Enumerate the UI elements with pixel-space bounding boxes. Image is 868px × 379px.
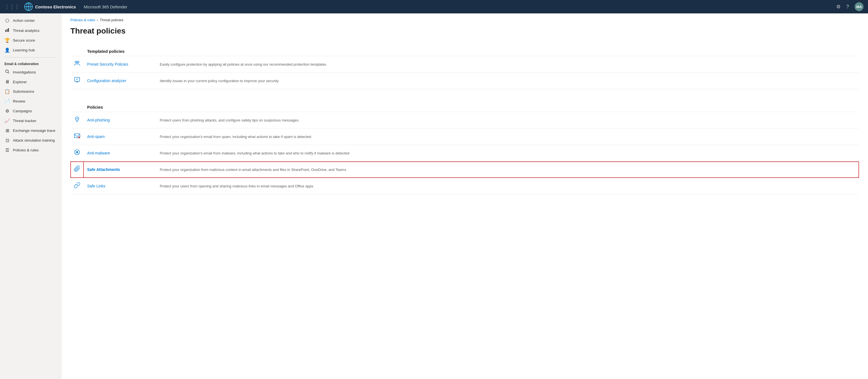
help-button[interactable]: ? xyxy=(846,4,849,10)
safe-attachments-row[interactable]: Safe Attachments Protect your organizati… xyxy=(70,161,859,178)
safe-links-icon xyxy=(74,183,81,190)
safe-attachments-description: Protect your organization from malicious… xyxy=(156,161,859,178)
anti-spam-icon xyxy=(74,133,81,140)
sidebar-item-label: Action center xyxy=(13,19,35,23)
sidebar-item-secure-score[interactable]: 🏆 Secure score xyxy=(0,35,61,45)
anti-spam-description: Protect your organization's email from s… xyxy=(156,128,859,145)
sidebar-item-explorer[interactable]: 🖥 Explorer xyxy=(0,77,61,87)
preset-security-description: Easily configure protection by applying … xyxy=(156,56,859,73)
policies-heading: Policies xyxy=(84,98,859,112)
review-icon: 📄 xyxy=(4,99,10,104)
policies-icon: ☰ xyxy=(4,148,10,153)
topbar: ⋮⋮⋮ Contoso Electronics Microsoft 365 De… xyxy=(0,0,868,13)
preset-security-icon xyxy=(74,61,81,68)
sidebar-item-label: Attack simulation training xyxy=(13,138,55,143)
sidebar-item-label: Threat tracker xyxy=(13,119,36,123)
anti-malware-row[interactable]: Anti-malware Protect your organization's… xyxy=(70,145,859,161)
email-collab-section-label: Email & collaboration xyxy=(0,60,61,67)
section-heading-row: Templated policies xyxy=(70,42,859,56)
exchange-icon: ⊞ xyxy=(4,128,10,133)
sidebar-item-learning-hub[interactable]: 👤 Learning hub xyxy=(0,45,61,55)
safe-links-description: Protect your users from opening and shar… xyxy=(156,178,859,194)
avatar[interactable]: MA xyxy=(855,2,864,11)
anti-phishing-description: Protect users from phishing attacks, and… xyxy=(156,112,859,128)
config-analyzer-name: Configuration analyzer xyxy=(84,73,156,89)
action-center-icon: ⬡ xyxy=(4,18,10,23)
sidebar-item-label: Review xyxy=(13,99,25,103)
svg-point-10 xyxy=(78,61,79,63)
content-area: Templated policies Preset xyxy=(61,42,868,212)
svg-rect-6 xyxy=(8,28,9,32)
svg-line-8 xyxy=(8,72,9,73)
anti-phishing-name: Anti-phishing xyxy=(84,112,156,128)
templated-policies-heading: Templated policies xyxy=(84,42,859,56)
safe-links-row[interactable]: Safe Links Protect your users from openi… xyxy=(70,178,859,194)
policies-table: Policies Anti-phishing Protect users fro… xyxy=(70,98,859,194)
sidebar-item-label: Submissions xyxy=(13,89,34,94)
policies-heading-row: Policies xyxy=(70,98,859,112)
submissions-icon: 📋 xyxy=(4,89,10,94)
logo-svg xyxy=(24,2,33,11)
sidebar-item-submissions[interactable]: 📋 Submissions xyxy=(0,87,61,96)
breadcrumb: Policies & rules › Threat policies xyxy=(61,13,868,22)
templated-policies-table: Templated policies Preset xyxy=(70,42,859,89)
sidebar-divider xyxy=(4,57,57,58)
page-title: Threat policies xyxy=(61,22,868,42)
brand-name: Contoso Electronics xyxy=(35,4,76,9)
sidebar-item-attack-simulation[interactable]: ⊡ Attack simulation training xyxy=(0,135,61,145)
sidebar: ⬡ Action center Threat analytics 🏆 Secur… xyxy=(0,13,61,379)
threat-tracker-icon: 📈 xyxy=(4,118,10,123)
secure-score-icon: 🏆 xyxy=(4,38,10,43)
safe-links-name: Safe Links xyxy=(84,178,156,194)
explorer-icon: 🖥 xyxy=(4,79,10,84)
breadcrumb-parent[interactable]: Policies & rules xyxy=(70,18,95,22)
sidebar-item-label: Learning hub xyxy=(13,48,35,52)
sidebar-item-review[interactable]: 📄 Review xyxy=(0,96,61,106)
anti-malware-description: Protect your organization's email from m… xyxy=(156,145,859,161)
anti-spam-name: Anti-spam xyxy=(84,128,156,145)
sidebar-item-label: Exchange message trace xyxy=(13,128,55,133)
sidebar-item-policies-rules[interactable]: ☰ Policies & rules xyxy=(0,145,61,155)
attack-simulation-icon: ⊡ xyxy=(4,138,10,143)
anti-malware-name: Anti-malware xyxy=(84,145,156,161)
layout: ⬡ Action center Threat analytics 🏆 Secur… xyxy=(0,13,868,379)
anti-phishing-row[interactable]: Anti-phishing Protect users from phishin… xyxy=(70,112,859,128)
anti-spam-row[interactable]: Anti-spam Protect your organization's em… xyxy=(70,128,859,145)
sidebar-item-threat-analytics[interactable]: Threat analytics xyxy=(0,25,61,35)
sidebar-item-label: Explorer xyxy=(13,80,27,84)
svg-point-9 xyxy=(75,61,77,63)
grid-icon[interactable]: ⋮⋮⋮ xyxy=(4,4,20,10)
settings-button[interactable]: ⚙ xyxy=(836,4,841,10)
safe-attachments-icon xyxy=(74,166,81,173)
sidebar-item-label: Secure score xyxy=(13,38,35,42)
breadcrumb-current: Threat policies xyxy=(100,18,123,22)
sidebar-item-campaigns[interactable]: ⚙ Campaigns xyxy=(0,106,61,116)
config-analyzer-row[interactable]: Configuration analyzer Identify issues i… xyxy=(70,73,859,89)
config-analyzer-description: Identify issues in your current policy c… xyxy=(156,73,859,89)
sidebar-item-label: Threat analytics xyxy=(13,29,39,33)
sidebar-item-threat-tracker[interactable]: 📈 Threat tracker xyxy=(0,116,61,126)
sidebar-item-action-center[interactable]: ⬡ Action center xyxy=(0,15,61,25)
anti-phishing-icon xyxy=(74,117,81,124)
app-logo: Contoso Electronics xyxy=(24,2,76,11)
safe-attachments-name: Safe Attachments xyxy=(84,161,156,178)
investigations-icon xyxy=(4,69,10,75)
campaigns-icon: ⚙ xyxy=(4,108,10,114)
svg-point-15 xyxy=(76,118,78,119)
svg-point-7 xyxy=(6,70,8,73)
preset-security-name: Preset Security Policies xyxy=(84,56,156,73)
learning-hub-icon: 👤 xyxy=(4,48,10,53)
main-content: Policies & rules › Threat policies Threa… xyxy=(61,13,868,379)
svg-rect-4 xyxy=(5,30,6,32)
config-analyzer-icon xyxy=(74,77,81,85)
breadcrumb-separator: › xyxy=(97,18,98,22)
anti-malware-icon xyxy=(74,150,81,157)
sidebar-item-investigations[interactable]: Investigations xyxy=(0,67,61,77)
sidebar-item-label: Policies & rules xyxy=(13,148,38,152)
sidebar-item-exchange-message-trace[interactable]: ⊞ Exchange message trace xyxy=(0,126,61,135)
svg-rect-5 xyxy=(7,29,7,32)
app-name: Microsoft 365 Defender xyxy=(84,4,127,9)
preset-security-row[interactable]: Preset Security Policies Easily configur… xyxy=(70,56,859,73)
sidebar-item-label: Investigations xyxy=(13,70,36,74)
threat-analytics-icon xyxy=(4,28,10,33)
